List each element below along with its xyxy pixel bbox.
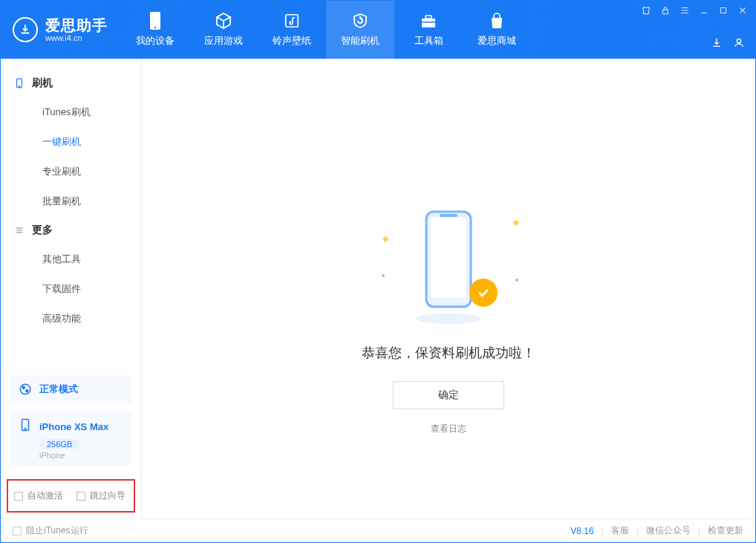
menu-icon[interactable] [680, 5, 690, 16]
sidebar-item-itunes-flash[interactable]: iTunes刷机 [1, 97, 141, 127]
svg-rect-3 [422, 19, 435, 27]
phone-icon [19, 418, 32, 435]
block-itunes-checkbox[interactable]: 阻止iTunes运行 [13, 524, 88, 537]
svg-point-15 [25, 429, 26, 430]
svg-point-12 [22, 386, 25, 388]
nav-label: 我的设备 [136, 34, 175, 48]
minimize-icon[interactable] [699, 5, 709, 16]
svg-rect-2 [286, 15, 299, 27]
svg-point-11 [20, 384, 30, 394]
svg-point-13 [26, 390, 28, 392]
phone-outline-icon [14, 78, 25, 88]
close-icon[interactable] [737, 5, 748, 16]
cube-icon [215, 12, 232, 30]
svg-point-10 [19, 86, 19, 87]
toolbox-icon [420, 12, 437, 30]
version-label: V8.16 [570, 526, 593, 536]
sidebar-item-download-firmware[interactable]: 下载固件 [1, 274, 141, 304]
nav-flash[interactable]: 智能刷机 [326, 1, 394, 59]
sidebar-item-batch-flash[interactable]: 批量刷机 [1, 186, 141, 216]
mode-status-icon [19, 383, 32, 396]
support-link[interactable]: 客服 [611, 524, 629, 537]
auto-activate-checkbox[interactable]: 自动激活 [14, 490, 63, 502]
svg-rect-4 [426, 16, 431, 19]
sidebar-item-other-tools[interactable]: 其他工具 [1, 244, 141, 274]
section-title: 更多 [32, 224, 53, 237]
nav-label: 工具箱 [414, 34, 443, 48]
mode-label: 正常模式 [39, 383, 78, 396]
refresh-shield-icon [351, 12, 369, 30]
nav-label: 铃声壁纸 [273, 34, 311, 48]
checkbox-label: 自动激活 [27, 490, 63, 502]
bag-icon [488, 12, 506, 30]
device-capacity: 256GB [39, 439, 79, 449]
nav-ringtones[interactable]: 铃声壁纸 [258, 1, 326, 59]
app-title: 爱思助手 [45, 17, 108, 33]
nav-store[interactable]: 爱思商城 [463, 1, 531, 59]
svg-point-16 [416, 313, 481, 324]
check-update-link[interactable]: 检查更新 [708, 524, 743, 537]
success-panel: 恭喜您，保资料刷机成功啦！ 确定 查看日志 [362, 207, 535, 435]
main-nav: 我的设备 应用游戏 铃声壁纸 智能刷机 工具箱 爱思商城 [121, 1, 531, 59]
device-icon [146, 12, 164, 30]
wechat-link[interactable]: 微信公众号 [646, 524, 691, 537]
sidebar: 刷机 iTunes刷机 一键刷机 专业刷机 批量刷机 更多 其他工具 下载固件 … [1, 59, 142, 518]
status-bar: 阻止iTunes运行 V8.16 | 客服 | 微信公众号 | 检查更新 [1, 518, 755, 542]
svg-rect-18 [431, 218, 466, 298]
sidebar-item-onekey-flash[interactable]: 一键刷机 [1, 127, 141, 157]
highlighted-options: 自动激活 跳过向导 [7, 479, 135, 513]
svg-point-1 [154, 27, 156, 28]
section-header-flash: 刷机 [1, 69, 141, 97]
svg-rect-19 [440, 214, 457, 217]
list-icon [14, 225, 25, 235]
checkbox-label: 跳过向导 [90, 490, 126, 502]
skip-guide-checkbox[interactable]: 跳过向导 [76, 490, 126, 502]
svg-point-8 [737, 39, 740, 42]
phone-success-illustration [404, 207, 493, 326]
lock-icon[interactable] [660, 5, 671, 16]
music-icon [283, 12, 301, 30]
success-message: 恭喜您，保资料刷机成功啦！ [362, 344, 535, 362]
main-panel: 恭喜您，保资料刷机成功啦！ 确定 查看日志 [142, 59, 755, 518]
nav-toolbox[interactable]: 工具箱 [394, 1, 463, 59]
device-card[interactable]: iPhone XS Max 256GB iPhone [10, 411, 132, 466]
nav-label: 爱思商城 [478, 34, 516, 48]
window-controls [641, 5, 748, 16]
section-header-more: 更多 [1, 216, 141, 244]
section-title: 刷机 [32, 77, 53, 90]
app-window: 爱思助手 www.i4.cn 我的设备 应用游戏 铃声壁纸 智能刷机 [0, 0, 756, 543]
svg-rect-7 [721, 8, 726, 13]
checkbox-label: 阻止iTunes运行 [26, 524, 88, 537]
download-button[interactable] [711, 36, 723, 51]
app-subtitle: www.i4.cn [45, 33, 108, 42]
svg-rect-5 [422, 22, 435, 23]
nav-label: 应用游戏 [204, 34, 243, 48]
logo-icon [13, 17, 38, 42]
device-type: iPhone [39, 451, 123, 460]
nav-apps[interactable]: 应用游戏 [189, 1, 258, 59]
nav-label: 智能刷机 [341, 34, 379, 48]
view-log-link[interactable]: 查看日志 [362, 423, 535, 435]
title-bar: 爱思助手 www.i4.cn 我的设备 应用游戏 铃声壁纸 智能刷机 [1, 1, 755, 59]
svg-rect-6 [663, 10, 668, 13]
sidebar-item-advanced[interactable]: 高级功能 [1, 304, 141, 334]
check-badge-icon [469, 279, 498, 307]
tshirt-icon[interactable] [641, 5, 651, 16]
maximize-icon[interactable] [718, 5, 729, 16]
nav-my-device[interactable]: 我的设备 [121, 1, 189, 59]
body: 刷机 iTunes刷机 一键刷机 专业刷机 批量刷机 更多 其他工具 下载固件 … [1, 59, 755, 518]
sidebar-item-pro-flash[interactable]: 专业刷机 [1, 157, 141, 186]
device-name: iPhone XS Max [39, 421, 108, 432]
app-logo: 爱思助手 www.i4.cn [1, 1, 121, 59]
ok-button[interactable]: 确定 [393, 381, 504, 409]
mode-card[interactable]: 正常模式 [10, 375, 132, 403]
account-button[interactable] [733, 36, 745, 51]
